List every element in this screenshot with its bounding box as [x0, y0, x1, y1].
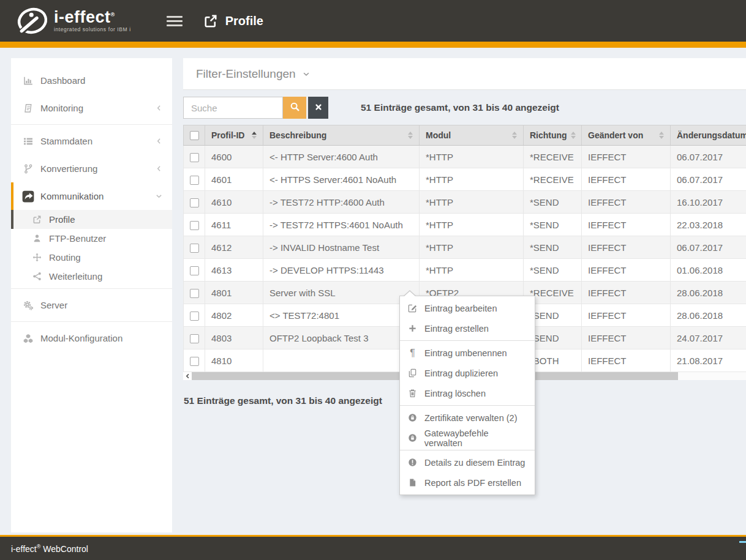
sidebar-item-server[interactable]: Server: [11, 291, 172, 319]
menu-item-create-entry[interactable]: Eintrag erstellen: [400, 318, 535, 338]
row-checkbox[interactable]: [190, 266, 199, 275]
routing-icon: [31, 252, 43, 264]
row-checkbox[interactable]: [190, 357, 199, 366]
app-logo[interactable]: i-effect® integrated solutions for IBM i: [16, 7, 131, 35]
footer-product: WebControl: [40, 543, 88, 553]
search-input[interactable]: [183, 97, 283, 119]
column-header-profil_id[interactable]: Profil-ID: [205, 125, 263, 146]
cell-modul: *HTTP: [420, 259, 524, 282]
cell-beschreibung: -> INVALID Hostname Test: [263, 236, 420, 259]
sidebar-item-ftp-benutzer[interactable]: FTP-Benutzer: [11, 229, 172, 248]
chevron-down-icon: [302, 70, 311, 78]
sidebar-item-label: Dashboard: [40, 75, 164, 86]
sidebar-item-modul-konfiguration[interactable]: Modul-Konfiguration: [11, 324, 172, 352]
table-row[interactable]: 4610-> TEST72 HTTP:4600 Auth*HTTP*SENDIE…: [184, 191, 746, 214]
table-row[interactable]: 4612-> INVALID Hostname Test*HTTP*SENDIE…: [184, 236, 746, 259]
cell-modul: *HTTP: [420, 214, 524, 236]
menu-item-entry-details[interactable]: Details zu diesem Eintrag: [400, 452, 535, 472]
menu-item-edit-entry[interactable]: Eintrag bearbeiten: [400, 298, 535, 318]
cell-richtung: *SEND: [524, 191, 582, 214]
page-title: Profile: [225, 14, 263, 28]
cell-geaendert_von: IEFFECT: [582, 214, 671, 236]
menu-item-create-pdf-report[interactable]: Report als PDF erstellen: [400, 472, 535, 493]
menu-separator: [400, 450, 535, 450]
table-row[interactable]: 4601<- HTTPS Server:4601 NoAuth*HTTP*REC…: [184, 168, 746, 191]
sidebar-item-label: Stammdaten: [40, 136, 155, 146]
row-checkbox[interactable]: [190, 198, 199, 207]
cell-profil_id: 4611: [205, 214, 263, 236]
stammdaten-icon: [22, 135, 34, 147]
column-header-geaendert_von[interactable]: Geändert von: [582, 125, 671, 146]
cell-geaendert_von: IEFFECT: [582, 191, 671, 214]
table-row[interactable]: 4613-> DEVELOP HTTPS:11443*HTTP*SENDIEFF…: [184, 259, 746, 282]
ieffect-swoosh-icon: [16, 7, 49, 35]
menu-toggle-button[interactable]: [167, 13, 183, 29]
sidebar-item-konvertierung[interactable]: Konvertierung: [11, 155, 172, 182]
sidebar-item-routing[interactable]: Routing: [11, 248, 172, 267]
clear-search-button[interactable]: [308, 97, 328, 119]
menu-item-manage-certificates[interactable]: Zertifikate verwalten (2): [400, 408, 535, 428]
row-checkbox[interactable]: [190, 153, 199, 162]
cell-aenderungsdatum: 24.07.2017: [671, 327, 746, 349]
table-row[interactable]: 4611-> TEST72 HTTPS:4601 NoAuth*HTTP*SEN…: [184, 214, 746, 236]
sidebar-item-profile[interactable]: Profile: [11, 210, 172, 229]
cell-aenderungsdatum: 28.06.2018: [671, 304, 746, 327]
sort-arrows-icon: [512, 132, 517, 139]
sidebar-item-stammdaten[interactable]: Stammdaten: [11, 127, 172, 155]
cell-beschreibung: <> TEST72:4801: [263, 304, 420, 327]
search-icon: [290, 102, 300, 114]
edit-icon: [407, 304, 418, 313]
column-header-aenderungsdatum[interactable]: Änderungsdatum: [671, 125, 746, 146]
cell-aenderungsdatum: 06.07.2017: [671, 236, 746, 259]
menu-item-label: Details zu diesem Eintrag: [424, 458, 525, 468]
sidebar-item-kommunikation[interactable]: Kommunikation: [11, 182, 172, 210]
cell-profil_id: 4810: [205, 349, 263, 372]
sort-arrows-icon: [659, 132, 664, 139]
monitoring-icon: [22, 102, 34, 114]
filter-settings-panel[interactable]: Filter-Einstellungen: [183, 58, 746, 90]
lock-icon: [407, 413, 418, 422]
select-all-checkbox[interactable]: [190, 131, 199, 140]
column-header-richtung[interactable]: Richtung: [524, 125, 582, 146]
result-count: 51 Einträge gesamt, von 31 bis 40 angeze…: [361, 102, 559, 113]
menu-item-manage-gateway-commands[interactable]: Gatewaybefehle verwalten: [400, 428, 535, 448]
cell-aenderungsdatum: 06.07.2017: [671, 146, 746, 168]
menu-item-duplicate-entry[interactable]: Eintrag duplizieren: [400, 363, 535, 383]
kommunikation-icon: [22, 190, 34, 203]
row-checkbox[interactable]: [190, 244, 199, 253]
table-row[interactable]: 4600<- HTTP Server:4600 Auth*HTTP*RECEIV…: [184, 146, 746, 168]
menu-separator: [400, 405, 535, 406]
column-header-beschreibung[interactable]: Beschreibung: [263, 125, 420, 146]
cell-beschreibung: <- HTTPS Server:4601 NoAuth: [263, 168, 420, 191]
footer-accent-dash: [739, 541, 746, 543]
row-checkbox[interactable]: [190, 312, 199, 321]
info-icon: [407, 458, 418, 467]
cell-modul: *HTTP: [420, 236, 524, 259]
row-checkbox[interactable]: [190, 334, 199, 343]
menu-item-delete-entry[interactable]: Eintrag löschen: [400, 383, 535, 403]
context-menu: Eintrag bearbeitenEintrag erstellen¶Eint…: [399, 296, 535, 495]
row-checkbox[interactable]: [190, 289, 199, 298]
sidebar-item-dashboard[interactable]: Dashboard: [11, 67, 172, 94]
context-menu-caret: [403, 290, 416, 296]
trash-icon: [407, 389, 418, 398]
cell-aenderungsdatum: 16.10.2017: [671, 191, 746, 214]
column-header-modul[interactable]: Modul: [420, 125, 524, 146]
search-button[interactable]: [283, 97, 306, 119]
row-checkbox[interactable]: [190, 176, 199, 185]
cell-aenderungsdatum: 01.06.2018: [671, 259, 746, 282]
cell-modul: *HTTP: [420, 168, 524, 191]
cell-geaendert_von: IEFFECT: [582, 259, 671, 282]
row-checkbox[interactable]: [190, 221, 199, 230]
cell-geaendert_von: IEFFECT: [582, 282, 671, 304]
app-header: i-effect® integrated solutions for IBM i…: [0, 0, 746, 42]
sidebar-item-label: Modul-Konfiguration: [40, 333, 164, 343]
sidebar-item-monitoring[interactable]: Monitoring: [11, 94, 172, 122]
cell-aenderungsdatum: 28.06.2018: [671, 282, 746, 304]
cell-profil_id: 4801: [205, 282, 263, 304]
sidebar-item-weiterleitung[interactable]: Weiterleitung: [11, 267, 172, 286]
scroll-left-button[interactable]: [183, 372, 192, 380]
menu-item-rename-entry[interactable]: ¶Eintrag umbenennen: [400, 343, 535, 363]
cell-geaendert_von: IEFFECT: [582, 236, 671, 259]
cell-beschreibung: -> DEVELOP HTTPS:11443: [263, 259, 420, 282]
